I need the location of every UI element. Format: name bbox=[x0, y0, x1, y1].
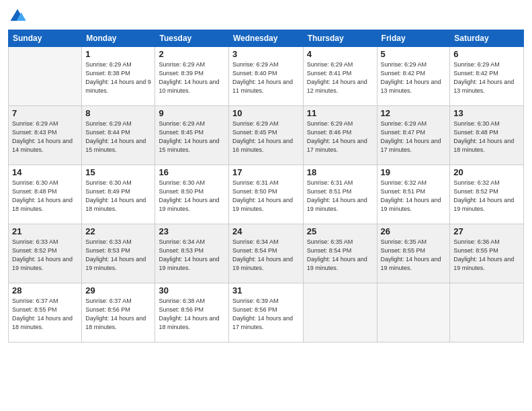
day-number: 2 bbox=[159, 49, 224, 59]
day-info: Sunrise: 6:39 AMSunset: 8:56 PMDaylight:… bbox=[232, 297, 300, 332]
calendar-day-cell bbox=[303, 283, 377, 342]
calendar-week-row: 21Sunrise: 6:33 AMSunset: 8:52 PMDayligh… bbox=[9, 224, 524, 283]
day-number: 21 bbox=[12, 226, 78, 236]
header bbox=[8, 7, 524, 26]
day-number: 24 bbox=[232, 226, 300, 236]
day-info: Sunrise: 6:34 AMSunset: 8:54 PMDaylight:… bbox=[232, 238, 300, 273]
calendar-day-cell: 14Sunrise: 6:30 AMSunset: 8:48 PMDayligh… bbox=[9, 165, 82, 224]
day-number: 26 bbox=[381, 226, 447, 236]
calendar-day-cell: 4Sunrise: 6:29 AMSunset: 8:41 PMDaylight… bbox=[303, 47, 377, 106]
day-info: Sunrise: 6:29 AMSunset: 8:45 PMDaylight:… bbox=[232, 120, 300, 154]
day-number: 5 bbox=[381, 49, 447, 59]
day-number: 11 bbox=[307, 108, 373, 118]
day-info: Sunrise: 6:37 AMSunset: 8:56 PMDaylight:… bbox=[85, 297, 151, 332]
day-info: Sunrise: 6:29 AMSunset: 8:43 PMDaylight:… bbox=[12, 120, 78, 154]
day-number: 10 bbox=[232, 108, 300, 118]
day-number: 20 bbox=[453, 167, 520, 177]
calendar-day-cell: 19Sunrise: 6:32 AMSunset: 8:51 PMDayligh… bbox=[377, 165, 450, 224]
day-number: 28 bbox=[12, 285, 78, 295]
calendar-day-cell: 11Sunrise: 6:29 AMSunset: 8:46 PMDayligh… bbox=[303, 106, 377, 165]
day-info: Sunrise: 6:35 AMSunset: 8:54 PMDaylight:… bbox=[307, 238, 373, 273]
calendar-day-cell: 22Sunrise: 6:33 AMSunset: 8:53 PMDayligh… bbox=[82, 224, 155, 283]
calendar-week-row: 1Sunrise: 6:29 AMSunset: 8:38 PMDaylight… bbox=[9, 47, 524, 106]
calendar-day-cell: 26Sunrise: 6:35 AMSunset: 8:55 PMDayligh… bbox=[377, 224, 450, 283]
day-info: Sunrise: 6:29 AMSunset: 8:39 PMDaylight:… bbox=[159, 60, 224, 95]
calendar-day-cell: 25Sunrise: 6:35 AMSunset: 8:54 PMDayligh… bbox=[303, 224, 377, 283]
day-info: Sunrise: 6:33 AMSunset: 8:53 PMDaylight:… bbox=[85, 238, 151, 273]
day-number: 4 bbox=[307, 49, 373, 59]
weekday-header-wednesday: Wednesday bbox=[228, 30, 303, 47]
day-number: 6 bbox=[453, 49, 520, 59]
day-number: 15 bbox=[85, 167, 151, 177]
day-number: 30 bbox=[159, 285, 224, 295]
day-info: Sunrise: 6:30 AMSunset: 8:48 PMDaylight:… bbox=[12, 179, 78, 214]
calendar-day-cell bbox=[9, 47, 82, 106]
day-info: Sunrise: 6:30 AMSunset: 8:48 PMDaylight:… bbox=[453, 120, 520, 154]
day-info: Sunrise: 6:31 AMSunset: 8:51 PMDaylight:… bbox=[307, 179, 373, 214]
calendar-week-row: 28Sunrise: 6:37 AMSunset: 8:55 PMDayligh… bbox=[9, 283, 524, 342]
day-number: 12 bbox=[381, 108, 447, 118]
weekday-header-row: SundayMondayTuesdayWednesdayThursdayFrid… bbox=[9, 30, 524, 47]
weekday-header-saturday: Saturday bbox=[450, 30, 524, 47]
day-info: Sunrise: 6:35 AMSunset: 8:55 PMDaylight:… bbox=[381, 238, 447, 273]
day-info: Sunrise: 6:34 AMSunset: 8:53 PMDaylight:… bbox=[159, 238, 224, 273]
day-info: Sunrise: 6:30 AMSunset: 8:50 PMDaylight:… bbox=[159, 179, 224, 214]
day-info: Sunrise: 6:36 AMSunset: 8:55 PMDaylight:… bbox=[453, 238, 520, 273]
calendar-day-cell: 18Sunrise: 6:31 AMSunset: 8:51 PMDayligh… bbox=[303, 165, 377, 224]
logo bbox=[8, 7, 30, 26]
calendar-day-cell: 13Sunrise: 6:30 AMSunset: 8:48 PMDayligh… bbox=[450, 106, 524, 165]
calendar-day-cell: 24Sunrise: 6:34 AMSunset: 8:54 PMDayligh… bbox=[228, 224, 303, 283]
calendar-week-row: 7Sunrise: 6:29 AMSunset: 8:43 PMDaylight… bbox=[9, 106, 524, 165]
day-number: 29 bbox=[85, 285, 151, 295]
calendar-day-cell: 31Sunrise: 6:39 AMSunset: 8:56 PMDayligh… bbox=[228, 283, 303, 342]
weekday-header-friday: Friday bbox=[377, 30, 450, 47]
calendar-day-cell: 12Sunrise: 6:29 AMSunset: 8:47 PMDayligh… bbox=[377, 106, 450, 165]
calendar-day-cell: 7Sunrise: 6:29 AMSunset: 8:43 PMDaylight… bbox=[9, 106, 82, 165]
day-info: Sunrise: 6:32 AMSunset: 8:51 PMDaylight:… bbox=[381, 179, 447, 214]
calendar-day-cell: 9Sunrise: 6:29 AMSunset: 8:45 PMDaylight… bbox=[155, 106, 228, 165]
day-number: 9 bbox=[159, 108, 224, 118]
day-number: 18 bbox=[307, 167, 373, 177]
day-info: Sunrise: 6:33 AMSunset: 8:52 PMDaylight:… bbox=[12, 238, 78, 273]
day-number: 13 bbox=[453, 108, 520, 118]
page-container: SundayMondayTuesdayWednesdayThursdayFrid… bbox=[0, 0, 532, 348]
calendar-week-row: 14Sunrise: 6:30 AMSunset: 8:48 PMDayligh… bbox=[9, 165, 524, 224]
day-number: 17 bbox=[232, 167, 300, 177]
day-info: Sunrise: 6:29 AMSunset: 8:46 PMDaylight:… bbox=[307, 120, 373, 154]
day-number: 31 bbox=[232, 285, 300, 295]
day-info: Sunrise: 6:30 AMSunset: 8:49 PMDaylight:… bbox=[85, 179, 151, 214]
day-number: 8 bbox=[85, 108, 151, 118]
day-number: 14 bbox=[12, 167, 78, 177]
calendar-table: SundayMondayTuesdayWednesdayThursdayFrid… bbox=[8, 30, 524, 342]
day-info: Sunrise: 6:29 AMSunset: 8:42 PMDaylight:… bbox=[453, 60, 520, 95]
day-info: Sunrise: 6:29 AMSunset: 8:45 PMDaylight:… bbox=[159, 120, 224, 154]
weekday-header-thursday: Thursday bbox=[303, 30, 377, 47]
day-number: 3 bbox=[232, 49, 300, 59]
day-info: Sunrise: 6:32 AMSunset: 8:52 PMDaylight:… bbox=[453, 179, 520, 214]
day-info: Sunrise: 6:29 AMSunset: 8:44 PMDaylight:… bbox=[85, 120, 151, 154]
calendar-day-cell: 1Sunrise: 6:29 AMSunset: 8:38 PMDaylight… bbox=[82, 47, 155, 106]
weekday-header-tuesday: Tuesday bbox=[155, 30, 228, 47]
day-number: 7 bbox=[12, 108, 78, 118]
calendar-day-cell: 3Sunrise: 6:29 AMSunset: 8:40 PMDaylight… bbox=[228, 47, 303, 106]
logo-icon bbox=[8, 7, 27, 26]
calendar-day-cell bbox=[377, 283, 450, 342]
calendar-day-cell: 27Sunrise: 6:36 AMSunset: 8:55 PMDayligh… bbox=[450, 224, 524, 283]
day-number: 23 bbox=[159, 226, 224, 236]
day-info: Sunrise: 6:29 AMSunset: 8:40 PMDaylight:… bbox=[232, 60, 300, 95]
calendar-day-cell: 10Sunrise: 6:29 AMSunset: 8:45 PMDayligh… bbox=[228, 106, 303, 165]
calendar-day-cell: 29Sunrise: 6:37 AMSunset: 8:56 PMDayligh… bbox=[82, 283, 155, 342]
calendar-day-cell: 21Sunrise: 6:33 AMSunset: 8:52 PMDayligh… bbox=[9, 224, 82, 283]
calendar-day-cell: 5Sunrise: 6:29 AMSunset: 8:42 PMDaylight… bbox=[377, 47, 450, 106]
calendar-day-cell: 17Sunrise: 6:31 AMSunset: 8:50 PMDayligh… bbox=[228, 165, 303, 224]
day-number: 25 bbox=[307, 226, 373, 236]
day-info: Sunrise: 6:29 AMSunset: 8:42 PMDaylight:… bbox=[381, 60, 447, 95]
calendar-day-cell: 15Sunrise: 6:30 AMSunset: 8:49 PMDayligh… bbox=[82, 165, 155, 224]
day-info: Sunrise: 6:29 AMSunset: 8:47 PMDaylight:… bbox=[381, 120, 447, 154]
calendar-day-cell: 28Sunrise: 6:37 AMSunset: 8:55 PMDayligh… bbox=[9, 283, 82, 342]
calendar-day-cell bbox=[450, 283, 524, 342]
day-info: Sunrise: 6:38 AMSunset: 8:56 PMDaylight:… bbox=[159, 297, 224, 332]
day-info: Sunrise: 6:31 AMSunset: 8:50 PMDaylight:… bbox=[232, 179, 300, 214]
weekday-header-monday: Monday bbox=[82, 30, 155, 47]
day-info: Sunrise: 6:29 AMSunset: 8:41 PMDaylight:… bbox=[307, 60, 373, 95]
